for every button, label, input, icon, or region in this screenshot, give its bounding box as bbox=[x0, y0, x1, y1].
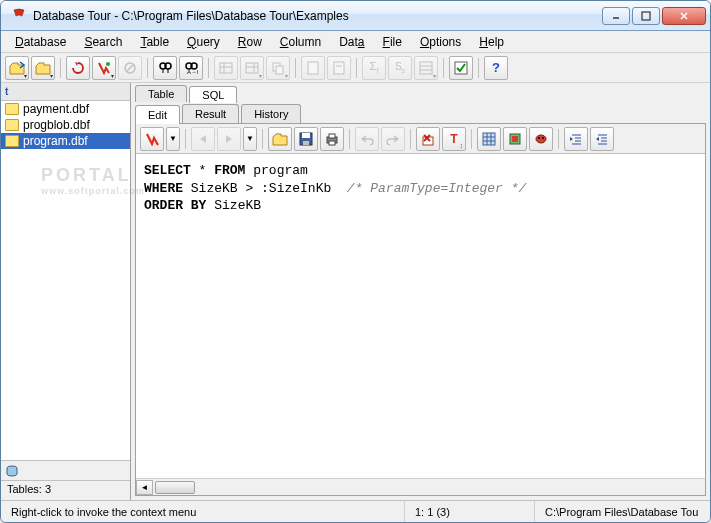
tab-edit[interactable]: Edit bbox=[135, 105, 180, 124]
format-button[interactable]: T↕ bbox=[442, 127, 466, 151]
menu-row[interactable]: Row bbox=[230, 33, 270, 51]
svg-rect-45 bbox=[512, 136, 518, 142]
body-area: PORTAL www.softportal.com t payment.dbfp… bbox=[1, 83, 710, 500]
window-controls bbox=[602, 7, 706, 25]
find-replace-button[interactable]: A→B bbox=[179, 56, 203, 80]
db-icon bbox=[5, 464, 19, 478]
sum-button: Σf bbox=[362, 56, 386, 80]
insert-field-button[interactable] bbox=[503, 127, 527, 151]
svg-rect-22 bbox=[308, 62, 318, 74]
svg-rect-1 bbox=[642, 12, 650, 20]
menu-file[interactable]: File bbox=[375, 33, 410, 51]
tables-icon: t bbox=[5, 86, 8, 97]
svg-line-6 bbox=[127, 65, 133, 71]
table-item[interactable]: payment.dbf bbox=[1, 101, 130, 117]
svg-point-48 bbox=[542, 137, 544, 139]
insert-table-button[interactable] bbox=[477, 127, 501, 151]
table-item[interactable]: program.dbf bbox=[1, 133, 130, 149]
svg-text:A→B: A→B bbox=[187, 69, 198, 75]
menu-data[interactable]: Data bbox=[331, 33, 372, 51]
table-item-label: progblob.dbf bbox=[23, 118, 90, 132]
editor-scrollbar[interactable]: ◄ bbox=[136, 478, 705, 495]
table-file-icon bbox=[5, 135, 19, 147]
main-panel: TableSQL EditResultHistory ▼ ▼ bbox=[131, 83, 710, 500]
run-query-button[interactable] bbox=[140, 127, 164, 151]
editor-toolbar: ▼ ▼ T↕ bbox=[136, 124, 705, 154]
clear-button[interactable] bbox=[416, 127, 440, 151]
undo-button bbox=[355, 127, 379, 151]
tab-history[interactable]: History bbox=[241, 104, 301, 123]
next-query-dd-button[interactable]: ▼ bbox=[243, 127, 257, 151]
doc-1-button bbox=[301, 56, 325, 80]
menu-query[interactable]: Query bbox=[179, 33, 228, 51]
run-query-dd-button[interactable]: ▼ bbox=[166, 127, 180, 151]
svg-point-47 bbox=[538, 137, 540, 139]
titlebar: Database Tour - C:\Program Files\Databas… bbox=[1, 1, 710, 31]
main-toolbar: ▾ ▾ ▾ A→B ▾ ▾ Σf Ss ▾ ? bbox=[1, 53, 710, 83]
svg-rect-25 bbox=[420, 62, 432, 74]
menu-search[interactable]: Search bbox=[76, 33, 130, 51]
open-sql-button[interactable] bbox=[268, 127, 292, 151]
redo-button bbox=[381, 127, 405, 151]
scroll-left-button[interactable]: ◄ bbox=[136, 480, 153, 495]
table-2-button: ▾ bbox=[240, 56, 264, 80]
tables-count: Tables: 3 bbox=[1, 480, 130, 500]
prev-query-button bbox=[191, 127, 215, 151]
minimize-button[interactable] bbox=[602, 7, 630, 25]
window-title: Database Tour - C:\Program Files\Databas… bbox=[33, 9, 602, 23]
app-window: Database Tour - C:\Program Files\Databas… bbox=[0, 0, 711, 523]
view-tabs: TableSQL bbox=[131, 83, 710, 102]
svg-rect-14 bbox=[220, 63, 232, 73]
tab-result[interactable]: Result bbox=[182, 104, 239, 123]
table-item-label: payment.dbf bbox=[23, 102, 89, 116]
execute-button[interactable]: ▾ bbox=[92, 56, 116, 80]
open-db-button[interactable]: ▾ bbox=[5, 56, 29, 80]
outdent-button[interactable] bbox=[590, 127, 614, 151]
svg-point-4 bbox=[106, 62, 110, 66]
string-button: Ss bbox=[388, 56, 412, 80]
recent-db-button[interactable]: ▾ bbox=[31, 56, 55, 80]
doc-2-button bbox=[327, 56, 351, 80]
maximize-button[interactable] bbox=[632, 7, 660, 25]
table-1-button bbox=[214, 56, 238, 80]
svg-rect-34 bbox=[329, 134, 335, 138]
save-sql-button[interactable] bbox=[294, 127, 318, 151]
help-button[interactable]: ? bbox=[484, 56, 508, 80]
statusbar: Right-click to invoke the context menu 1… bbox=[1, 500, 710, 522]
indent-button[interactable] bbox=[564, 127, 588, 151]
svg-point-46 bbox=[536, 135, 546, 143]
menu-table[interactable]: Table bbox=[132, 33, 177, 51]
next-query-button bbox=[217, 127, 241, 151]
menu-help[interactable]: Help bbox=[471, 33, 512, 51]
close-button[interactable] bbox=[662, 7, 706, 25]
tab-table[interactable]: Table bbox=[135, 85, 187, 102]
sql-editor[interactable]: SELECT * FROM program WHERE SizeKB > :Si… bbox=[136, 154, 705, 478]
insert-param-button[interactable] bbox=[529, 127, 553, 151]
menu-database[interactable]: Database bbox=[7, 33, 74, 51]
svg-rect-23 bbox=[334, 62, 344, 74]
status-path: C:\Program Files\Database Tou bbox=[535, 501, 710, 522]
find-button[interactable] bbox=[153, 56, 177, 80]
sidebar-footer bbox=[1, 460, 130, 480]
refresh-button[interactable] bbox=[66, 56, 90, 80]
table-file-icon bbox=[5, 119, 19, 131]
sidebar: t payment.dbfprogblob.dbfprogram.dbf Tab… bbox=[1, 83, 131, 500]
tables-list[interactable]: payment.dbfprogblob.dbfprogram.dbf bbox=[1, 101, 130, 460]
svg-rect-39 bbox=[483, 133, 495, 145]
menu-column[interactable]: Column bbox=[272, 33, 329, 51]
table-item-label: program.dbf bbox=[23, 134, 88, 148]
app-icon bbox=[11, 8, 27, 24]
svg-rect-31 bbox=[302, 133, 310, 138]
sql-tabs: EditResultHistory bbox=[131, 102, 710, 123]
copy-button: ▾ bbox=[266, 56, 290, 80]
stop-button bbox=[118, 56, 142, 80]
tab-sql[interactable]: SQL bbox=[189, 86, 237, 103]
menu-options[interactable]: Options bbox=[412, 33, 469, 51]
svg-rect-17 bbox=[246, 63, 258, 73]
print-sql-button[interactable] bbox=[320, 127, 344, 151]
check-button[interactable] bbox=[449, 56, 473, 80]
table-file-icon bbox=[5, 103, 19, 115]
status-position: 1: 1 (3) bbox=[405, 501, 535, 522]
table-item[interactable]: progblob.dbf bbox=[1, 117, 130, 133]
scroll-thumb[interactable] bbox=[155, 481, 195, 494]
